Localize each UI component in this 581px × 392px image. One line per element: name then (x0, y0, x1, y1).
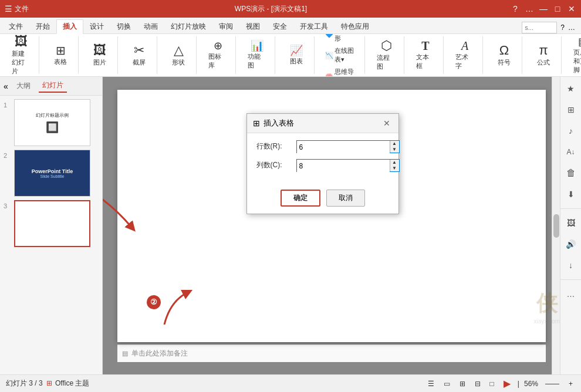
sidebar-collapse-button[interactable]: « (4, 82, 8, 91)
maximize-button[interactable]: □ (553, 4, 562, 13)
artword-button[interactable]: A 艺术字 (452, 39, 478, 72)
tab-transitions[interactable]: 切换 (110, 19, 137, 33)
view-normal-button[interactable]: ▭ (441, 379, 452, 389)
tab-view[interactable]: 视图 (239, 19, 266, 33)
slide-content-2: PowerPoint Title Slide Subtitle (15, 150, 90, 196)
minimize-button[interactable]: — (539, 4, 548, 13)
tab-animations[interactable]: 动画 (137, 19, 164, 33)
dialog-overlay: ① ⊞ 插入表格 (117, 90, 546, 342)
shapes-icon: △ (174, 44, 184, 57)
row-input[interactable]: 6 (297, 141, 390, 154)
screenshot-button[interactable]: ✂ 截屏 (126, 43, 152, 68)
table-button[interactable]: ⊞ 表格 (48, 43, 73, 67)
dialog-close-button[interactable]: ✕ (381, 117, 393, 129)
rt-volume-button[interactable]: 🔊 (563, 236, 579, 252)
notes-bar[interactable]: ▤ 单击此处添加备注 (117, 344, 546, 362)
tab-insert[interactable]: 插入 (56, 19, 83, 34)
scrollbar-thumb[interactable] (553, 214, 559, 238)
rt-star-button[interactable]: ★ (563, 80, 579, 97)
slide-preview-3[interactable] (14, 200, 90, 247)
col-input[interactable]: 8 (297, 160, 390, 173)
slide-thumb-1[interactable]: 1 幻灯片标题示例 🔲 (4, 99, 99, 146)
vertical-scrollbar[interactable] (552, 77, 560, 374)
tab-design[interactable]: 设计 (83, 19, 110, 33)
rt-image-button[interactable]: 🖼 (563, 215, 579, 231)
slide-preview-2[interactable]: PowerPoint Title Slide Subtitle (14, 150, 90, 197)
slide-canvas: ① ⊞ 插入表格 (117, 90, 546, 342)
help-button[interactable]: ? (560, 23, 565, 32)
table-group: ⊞ 表格 (43, 36, 79, 74)
slide-thumb-3[interactable]: 3 (4, 200, 99, 247)
col-spinner[interactable]: 8 ▲ ▼ (296, 159, 400, 172)
statusbar: 幻灯片 3 / 3 ⊞ Office 主题 ☰ ▭ ⊞ ⊟ □ ▶ | 56% … (0, 374, 581, 392)
tab-developer[interactable]: 开发工具 (293, 19, 335, 33)
new-slide-button[interactable]: 🖼 新建幻灯片 (8, 34, 34, 76)
flowchart-button[interactable]: ⬡ 流程图 (373, 38, 399, 72)
view-reading-button[interactable]: □ (488, 379, 496, 389)
slide-thumb-2[interactable]: 2 PowerPoint Title Slide Subtitle (4, 150, 99, 197)
settings-icon[interactable]: ☰ (425, 379, 437, 389)
insert-table-dialog: ⊞ 插入表格 ✕ 行数(R): 6 ▲ ▼ (246, 113, 399, 214)
rt-delete-button[interactable]: 🗑 (563, 165, 579, 181)
ribbon-more-button[interactable]: … (568, 23, 575, 32)
textbox-group: T 文本框 (408, 36, 444, 74)
sidebar-tab-outline[interactable]: 大纲 (13, 80, 34, 92)
rt-grid-button[interactable]: ⊞ (563, 102, 579, 118)
row-spin-buttons: ▲ ▼ (390, 141, 399, 153)
rt-down-arrow-button[interactable]: ↓ (563, 257, 579, 273)
rt-divider2 (560, 279, 581, 280)
dialog-ok-button[interactable]: 确定 (281, 190, 320, 207)
image-button[interactable]: 🖼 图片 (87, 43, 113, 68)
symbol-icon: Ω (499, 44, 509, 57)
view-columns-button[interactable]: ⊟ (472, 379, 483, 389)
tab-security[interactable]: 安全 (266, 19, 293, 33)
tab-home[interactable]: 开始 (29, 19, 56, 33)
tab-file[interactable]: 文件 (2, 19, 29, 33)
menu-icon[interactable]: ☰ (5, 4, 12, 13)
header-footer-button[interactable]: ▤ 页眉和页脚 (570, 35, 581, 76)
formula-button[interactable]: π 公式 (531, 43, 556, 68)
zoom-slider[interactable]: —— (543, 379, 562, 389)
col-spin-up[interactable]: ▲ (390, 160, 399, 165)
file-menu[interactable]: 文件 (15, 4, 29, 14)
rt-music-button[interactable]: ♪ (563, 123, 579, 139)
symbol-button[interactable]: Ω 符号 (491, 43, 517, 68)
ribbon-toolbar: 🖼 新建幻灯片 ⊞ 表格 🖼 图片 ✂ 截屏 (0, 34, 581, 76)
row-spinner[interactable]: 6 ▲ ▼ (296, 140, 400, 153)
sidebar-tab-slides[interactable]: 幻灯片 (39, 79, 67, 93)
close-button[interactable]: ✕ (567, 4, 576, 13)
mind-map-button[interactable]: 🧠 思维导图▾ (323, 66, 360, 76)
online-chart-button[interactable]: 📉 在线图表▾ (323, 45, 360, 65)
slide-preview-1[interactable]: 幻灯片标题示例 🔲 (14, 99, 90, 146)
icon-library-group: ⊕ 图标库 (200, 36, 236, 74)
textbox-button[interactable]: T 文本框 (413, 39, 438, 72)
row-spin-up[interactable]: ▲ (390, 141, 399, 147)
tab-special[interactable]: 特色应用 (335, 19, 376, 33)
search-input[interactable] (522, 22, 557, 33)
smart-shape-button[interactable]: 🔷 智能图形 (323, 34, 360, 44)
function-diagram-button[interactable]: 📊 功能图 (244, 39, 270, 71)
dialog-cancel-button[interactable]: 取消 (326, 190, 365, 207)
main-area: « 大纲 幻灯片 1 幻灯片标题示例 🔲 2 PowerPo (0, 77, 581, 374)
row-spin-down[interactable]: ▼ (390, 147, 399, 153)
more-icon[interactable]: … (525, 4, 534, 13)
play-button[interactable]: ▶ (501, 377, 513, 390)
slide-info: 幻灯片 3 / 3 (6, 379, 43, 388)
canvas-area: ① ⊞ 插入表格 (103, 77, 560, 374)
zoom-in-button[interactable]: + (566, 379, 575, 389)
shapes-button[interactable]: △ 形状 (165, 43, 191, 68)
view-grid-button[interactable]: ⊞ (457, 379, 468, 389)
chart-button[interactable]: 📈 图表 (283, 44, 309, 67)
image-group: 🖼 图片 (82, 36, 118, 74)
rt-more-button[interactable]: … (563, 286, 579, 302)
help-icon[interactable]: ? (511, 4, 520, 13)
icon-library-button[interactable]: ⊕ 图标库 (205, 39, 231, 71)
col-spin-down[interactable]: ▼ (390, 165, 399, 171)
slide-num-1: 1 (4, 102, 12, 109)
tab-review[interactable]: 审阅 (212, 19, 239, 33)
tab-slideshow[interactable]: 幻灯片放映 (164, 19, 212, 33)
flowchart-icon: ⬡ (381, 39, 392, 52)
rt-download-button[interactable]: ⬇ (563, 186, 579, 202)
status-right: ☰ ▭ ⊞ ⊟ □ ▶ | 56% —— + (425, 377, 575, 390)
rt-font-button[interactable]: A↓ (563, 144, 579, 160)
